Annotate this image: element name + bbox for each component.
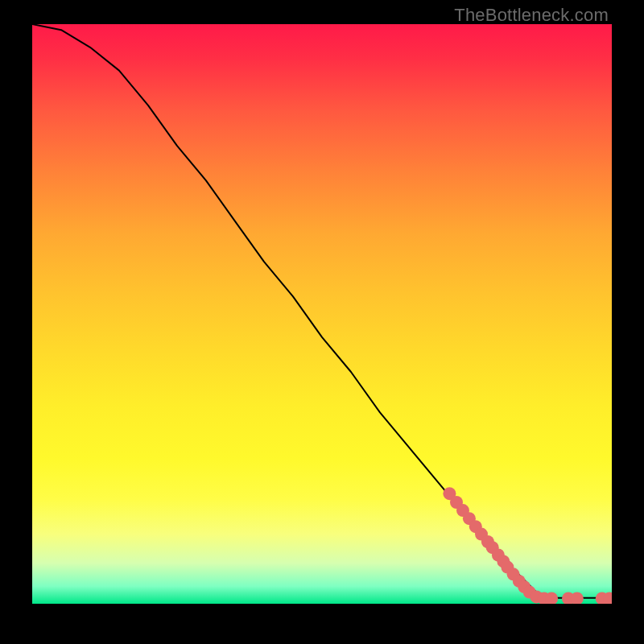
chart-svg	[32, 24, 612, 604]
watermark-label: TheBottleneck.com	[454, 5, 609, 26]
data-markers	[443, 487, 612, 604]
chart-frame: TheBottleneck.com	[0, 0, 644, 644]
curve-line	[32, 24, 612, 598]
plot-area	[32, 24, 612, 604]
